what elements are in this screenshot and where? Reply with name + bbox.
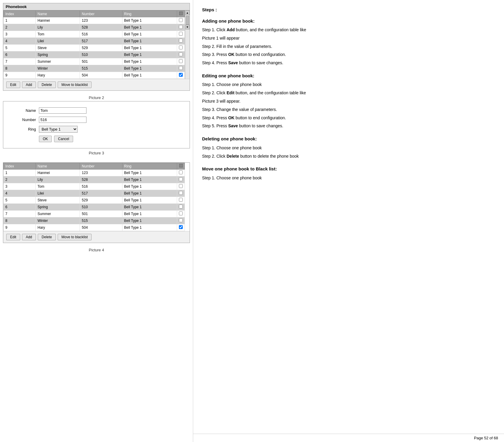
cell-index: 9 <box>4 224 36 231</box>
cell-ring: Bell Type 1 <box>122 17 177 24</box>
move-to-blacklist-button-p4[interactable]: Move to blacklist <box>58 234 92 240</box>
table-row[interactable]: 6Spring510Bell Type 1 <box>4 204 185 211</box>
cell-checkbox[interactable] <box>177 190 185 197</box>
cell-checkbox[interactable] <box>177 183 185 190</box>
table-row[interactable]: 7Summer501Bell Type 1 <box>4 211 185 217</box>
cell-number: 501 <box>80 211 122 217</box>
table-row[interactable]: 4Lilei517Bell Type 1 <box>4 38 185 45</box>
number-input[interactable] <box>39 117 86 123</box>
cell-index: 4 <box>4 190 36 197</box>
cell-number: 123 <box>80 170 122 176</box>
cell-index: 2 <box>4 24 36 31</box>
ring-select[interactable]: Bell Type 1 Bell Type 2 Bell Type 3 <box>39 126 78 133</box>
scroll-thumb[interactable] <box>186 16 189 25</box>
cell-checkbox[interactable] <box>177 72 185 79</box>
table-row[interactable]: 9Hary504Bell Type 1 <box>4 72 185 79</box>
cell-index: 3 <box>4 183 36 190</box>
cell-number: 504 <box>80 72 122 79</box>
move-to-blacklist-button-p2[interactable]: Move to blacklist <box>58 81 92 88</box>
edit-button-p2[interactable]: Edit <box>6 81 20 88</box>
table-row[interactable]: 3Tom516Bell Type 1 <box>4 183 185 190</box>
picture4-table: Index Name Number Ring 1Hanmei123Bell Ty… <box>3 163 185 231</box>
cell-checkbox[interactable] <box>177 45 185 51</box>
cell-checkbox[interactable] <box>177 38 185 45</box>
cell-checkbox[interactable] <box>177 217 185 224</box>
adding-heading: Adding one phone book: <box>202 17 495 25</box>
cell-checkbox[interactable] <box>177 176 185 183</box>
cell-index: 1 <box>4 170 36 176</box>
name-input[interactable] <box>39 107 86 114</box>
add-button-p2[interactable]: Add <box>22 81 36 88</box>
cell-checkbox[interactable] <box>177 31 185 38</box>
delete-button-p2[interactable]: Delete <box>38 81 56 88</box>
cell-checkbox[interactable] <box>177 204 185 211</box>
cell-name: Summer <box>36 211 80 217</box>
cell-index: 6 <box>4 204 36 211</box>
cell-number: 529 <box>80 45 122 51</box>
table-row[interactable]: 8Winter515Bell Type 1 <box>4 65 185 72</box>
cell-number: 515 <box>80 65 122 72</box>
edit-step5: Step 5. Press Save button to save change… <box>202 123 495 130</box>
cell-ring: Bell Type 1 <box>122 24 177 31</box>
table-row[interactable]: 3Tom516Bell Type 1 <box>4 31 185 38</box>
cell-checkbox[interactable] <box>177 58 185 65</box>
cell-number: 528 <box>80 24 122 31</box>
cell-ring: Bell Type 1 <box>122 38 177 45</box>
table-row[interactable]: 1Hanmei123Bell Type 1 <box>4 170 185 176</box>
cell-name: Steve <box>36 45 80 51</box>
scroll-up-btn[interactable]: ▲ <box>185 10 190 15</box>
picture3-buttons: OK Cancel <box>39 136 178 142</box>
cell-name: Lilei <box>36 38 80 45</box>
cell-name: Lily <box>36 176 80 183</box>
add-step3: Step 3. Press OK button to end configura… <box>202 51 495 58</box>
ok-button[interactable]: OK <box>39 136 52 142</box>
col4-checkbox-header <box>177 163 185 170</box>
table-row[interactable]: 9Hary504Bell Type 1 <box>4 224 185 231</box>
cell-name: Summer <box>36 58 80 65</box>
col-index: Index <box>4 11 36 17</box>
cancel-button[interactable]: Cancel <box>54 136 73 142</box>
cell-ring: Bell Type 1 <box>122 197 177 204</box>
number-label: Number <box>15 117 39 122</box>
cell-ring: Bell Type 1 <box>122 204 177 211</box>
cell-ring: Bell Type 1 <box>122 224 177 231</box>
cell-number: 528 <box>80 176 122 183</box>
cell-name: Hary <box>36 72 80 79</box>
picture4-table-wrapper: Index Name Number Ring 1Hanmei123Bell Ty… <box>3 163 190 231</box>
picture4-button-row: Edit Add Delete Move to blacklist <box>3 231 190 243</box>
cell-index: 4 <box>4 38 36 45</box>
cell-name: Tom <box>36 183 80 190</box>
picture2-table-wrapper: Index Name Number Ring 1Hanmei123Bell Ty… <box>3 10 190 79</box>
deleting-heading: Deleting one phone book: <box>202 135 495 143</box>
cell-name: Steve <box>36 197 80 204</box>
table-row[interactable]: 5Steve529Bell Type 1 <box>4 197 185 204</box>
cell-checkbox[interactable] <box>177 51 185 58</box>
edit-button-p4[interactable]: Edit <box>6 234 20 240</box>
edit-step2: Step 2. Click Edit button, and the confi… <box>202 90 495 97</box>
table-row[interactable]: 7Summer501Bell Type 1 <box>4 58 185 65</box>
ring-label: Ring <box>15 127 39 131</box>
cell-checkbox[interactable] <box>177 170 185 176</box>
delete-button-p4[interactable]: Delete <box>38 234 56 240</box>
cell-checkbox[interactable] <box>177 17 185 24</box>
table-row[interactable]: 8Winter515Bell Type 1 <box>4 217 185 224</box>
cell-number: 510 <box>80 204 122 211</box>
table-row[interactable]: 2Lily528Bell Type 1 <box>4 176 185 183</box>
scroll-down-btn[interactable]: ▼ <box>185 25 190 29</box>
scrollbar[interactable]: ▲ ▼ <box>185 10 190 79</box>
picture2-table: Index Name Number Ring 1Hanmei123Bell Ty… <box>3 10 185 79</box>
table-row[interactable]: 5Steve529Bell Type 1 <box>4 45 185 51</box>
cell-checkbox[interactable] <box>177 24 185 31</box>
cell-ring: Bell Type 1 <box>122 183 177 190</box>
add-button-p4[interactable]: Add <box>22 234 36 240</box>
table-row[interactable]: 6Spring510Bell Type 1 <box>4 51 185 58</box>
table-row[interactable]: 1Hanmei123Bell Type 1 <box>4 17 185 24</box>
cell-checkbox[interactable] <box>177 224 185 231</box>
cell-checkbox[interactable] <box>177 211 185 217</box>
cell-index: 3 <box>4 31 36 38</box>
cell-name: Winter <box>36 65 80 72</box>
table-row[interactable]: 2Lily528Bell Type 1 <box>4 24 185 31</box>
cell-checkbox[interactable] <box>177 197 185 204</box>
cell-checkbox[interactable] <box>177 65 185 72</box>
table-row[interactable]: 4Lilei517Bell Type 1 <box>4 190 185 197</box>
